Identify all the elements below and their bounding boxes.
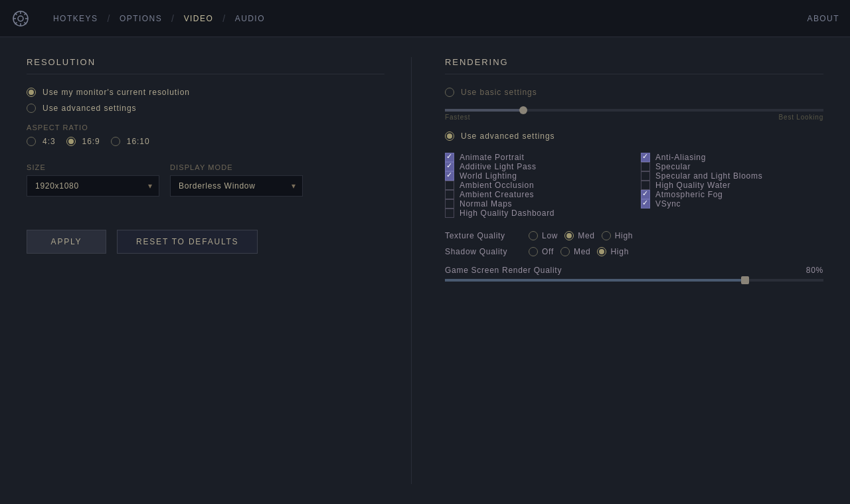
basic-quality-slider[interactable] — [445, 109, 823, 112]
resolution-title: RESOLUTION — [27, 57, 384, 74]
texture-med-radio[interactable] — [564, 231, 574, 240]
texture-quality-options: Low Med High — [529, 231, 633, 240]
normal-maps-label: Normal Maps — [460, 199, 512, 209]
ambient-occlusion-option[interactable]: Ambient Occlusion — [445, 181, 628, 190]
ambient-occlusion-label: Ambient Occlusion — [460, 181, 534, 190]
nav-item-hotkeys[interactable]: HOTKEYS — [44, 14, 107, 23]
atmospheric-fog-option[interactable]: Atmospheric Fog — [641, 190, 823, 199]
use-basic-settings-option[interactable]: Use basic settings — [445, 88, 823, 97]
aspect-ratio-label: Aspect Ratio — [27, 124, 384, 131]
gsrq-header: Game Screen Render Quality 80% — [445, 266, 823, 275]
svg-line-7 — [25, 22, 27, 24]
texture-low-radio[interactable] — [529, 231, 538, 240]
size-dropdown[interactable]: 1920x1080 — [27, 175, 159, 197]
normal-maps-option[interactable]: Normal Maps — [445, 199, 628, 209]
gsrq-label: Game Screen Render Quality — [445, 266, 562, 275]
atmospheric-fog-label: Atmospheric Fog — [655, 190, 723, 199]
advanced-resolution-radio[interactable] — [27, 104, 36, 113]
specular-checkbox[interactable] — [641, 162, 650, 171]
high-quality-water-checkbox[interactable] — [641, 181, 650, 190]
apply-button[interactable]: APPLY — [27, 230, 106, 254]
gsrq-slider[interactable] — [445, 279, 823, 282]
additive-light-pass-checkbox[interactable] — [445, 162, 454, 171]
top-navigation: HOTKEYS / OPTIONS / VIDEO / AUDIO ABOUT — [0, 0, 850, 37]
nav-item-options[interactable]: OPTIONS — [110, 14, 171, 23]
nav-about[interactable]: ABOUT — [807, 14, 839, 23]
shadow-off-option[interactable]: Off — [529, 247, 554, 256]
high-quality-water-option[interactable]: High Quality Water — [641, 181, 823, 190]
use-basic-radio[interactable] — [445, 88, 454, 97]
aspect-16-9-label: 16:9 — [82, 137, 100, 146]
specular-label: Specular — [655, 162, 691, 171]
world-lighting-checkbox[interactable] — [445, 171, 454, 181]
aspect-16-10-label: 16:10 — [127, 137, 150, 146]
shadow-off-radio[interactable] — [529, 247, 538, 256]
texture-high-radio[interactable] — [602, 231, 611, 240]
monitor-resolution-radio[interactable] — [27, 88, 36, 97]
gsrq-value: 80% — [806, 266, 823, 275]
anti-aliasing-option[interactable]: Anti-Aliasing — [641, 153, 823, 162]
shadow-high-option[interactable]: High — [597, 247, 629, 256]
shadow-high-radio[interactable] — [597, 247, 606, 256]
shadow-med-radio[interactable] — [560, 247, 570, 256]
resolution-panel: RESOLUTION Use my monitor's current reso… — [27, 57, 412, 484]
texture-quality-row: Texture Quality Low Med High — [445, 231, 823, 240]
advanced-resolution-option[interactable]: Use advanced settings — [27, 104, 384, 113]
world-lighting-option[interactable]: World Lighting — [445, 171, 628, 181]
shadow-high-label: High — [610, 247, 629, 256]
checkboxes-right-col: Anti-Aliasing Specular Specular and Ligh… — [641, 153, 823, 218]
aspect-ratio-options: 4:3 16:9 16:10 — [27, 137, 384, 153]
texture-high-option[interactable]: High — [602, 231, 634, 240]
monitor-resolution-option[interactable]: Use my monitor's current resolution — [27, 88, 384, 97]
use-advanced-label-text: Use advanced settings — [461, 131, 555, 141]
specular-light-blooms-checkbox[interactable] — [641, 171, 650, 181]
animate-portrait-checkbox[interactable] — [445, 153, 454, 162]
use-advanced-settings-option[interactable]: Use advanced settings — [445, 131, 823, 141]
ambient-creatures-checkbox[interactable] — [445, 190, 454, 199]
normal-maps-checkbox[interactable] — [445, 199, 454, 209]
atmospheric-fog-checkbox[interactable] — [641, 190, 650, 199]
high-quality-dashboard-checkbox[interactable] — [445, 209, 454, 218]
ambient-creatures-label: Ambient Creatures — [460, 190, 534, 199]
reset-defaults-button[interactable]: RESET TO DEFAULTS — [117, 230, 258, 254]
additive-light-pass-label: Additive Light Pass — [460, 162, 537, 171]
aspect-ratio-4-3[interactable]: 4:3 — [27, 137, 56, 146]
high-quality-dashboard-label: High Quality Dashboard — [460, 209, 554, 218]
shadow-quality-label: Shadow Quality — [445, 247, 518, 256]
shadow-quality-options: Off Med High — [529, 247, 629, 256]
aspect-16-10-radio[interactable] — [111, 137, 120, 146]
svg-line-6 — [15, 13, 17, 15]
use-advanced-radio[interactable] — [445, 131, 454, 141]
high-quality-dashboard-option[interactable]: High Quality Dashboard — [445, 209, 628, 218]
texture-high-label: High — [615, 231, 634, 240]
app-logo — [11, 9, 31, 29]
texture-low-option[interactable]: Low — [529, 231, 558, 240]
aspect-16-9-radio[interactable] — [66, 137, 76, 146]
monitor-resolution-label: Use my monitor's current resolution — [42, 88, 190, 97]
svg-point-1 — [18, 16, 23, 21]
size-dropdown-group: Size 1920x1080 — [27, 163, 159, 197]
world-lighting-label: World Lighting — [460, 171, 517, 181]
display-mode-dropdown-group: Display Mode Borderless Window Fullscree… — [170, 163, 303, 197]
aspect-ratio-16-10[interactable]: 16:10 — [111, 137, 150, 146]
additive-light-pass-option[interactable]: Additive Light Pass — [445, 162, 628, 171]
vsync-option[interactable]: VSync — [641, 199, 823, 209]
aspect-4-3-radio[interactable] — [27, 137, 36, 146]
size-dropdown-wrapper: 1920x1080 — [27, 175, 159, 197]
shadow-med-label: Med — [574, 247, 591, 256]
ambient-occlusion-checkbox[interactable] — [445, 181, 454, 190]
ambient-creatures-option[interactable]: Ambient Creatures — [445, 190, 628, 199]
aspect-ratio-16-9[interactable]: 16:9 — [66, 137, 100, 146]
specular-option[interactable]: Specular — [641, 162, 823, 171]
high-quality-water-label: High Quality Water — [655, 181, 730, 190]
texture-quality-label: Texture Quality — [445, 231, 518, 240]
specular-light-blooms-option[interactable]: Specular and Light Blooms — [641, 171, 823, 181]
nav-item-video[interactable]: VIDEO — [175, 14, 223, 23]
display-mode-dropdown[interactable]: Borderless Window Fullscreen Windowed — [170, 175, 303, 197]
vsync-checkbox[interactable] — [641, 199, 650, 209]
nav-item-audio[interactable]: AUDIO — [226, 14, 274, 23]
animate-portrait-option[interactable]: Animate Portrait — [445, 153, 628, 162]
anti-aliasing-checkbox[interactable] — [641, 153, 650, 162]
texture-med-option[interactable]: Med — [564, 231, 595, 240]
shadow-med-option[interactable]: Med — [560, 247, 591, 256]
